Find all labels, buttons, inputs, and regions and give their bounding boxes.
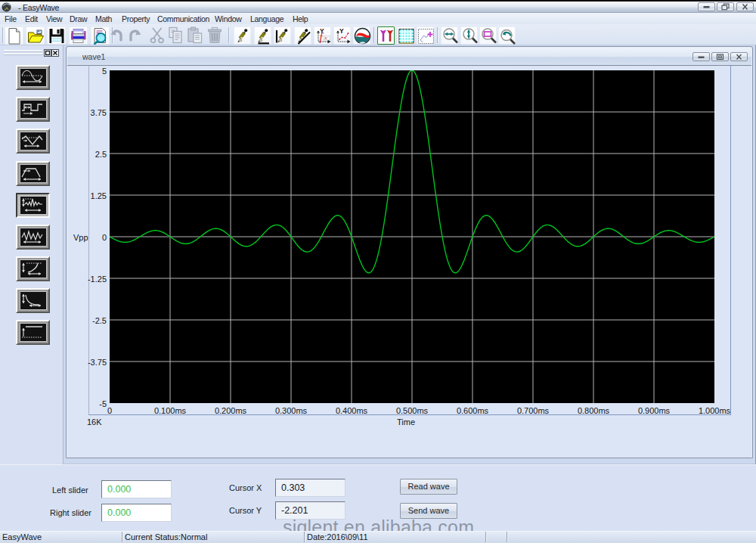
svg-text:Y: Y [339, 27, 344, 35]
svg-text:x: x [324, 35, 327, 40]
